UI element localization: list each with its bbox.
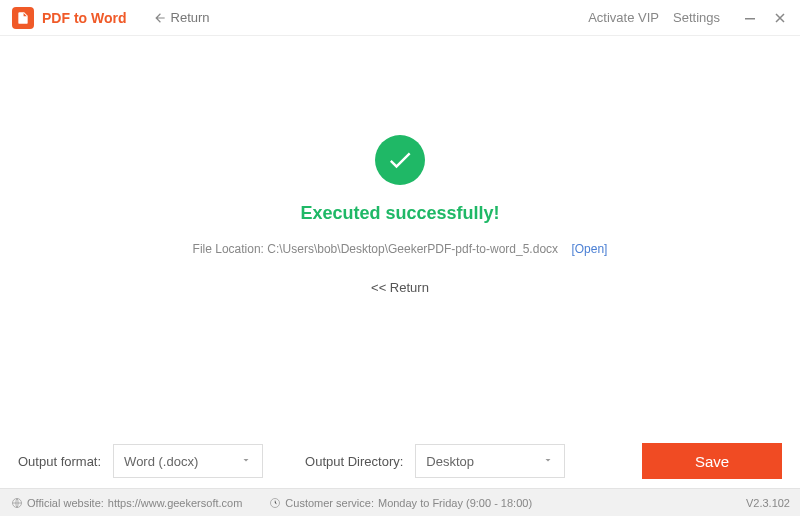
- settings-link[interactable]: Settings: [673, 10, 720, 25]
- pdf-icon: [16, 11, 30, 25]
- output-directory-label: Output Directory:: [305, 454, 403, 469]
- output-format-value: Word (.docx): [124, 454, 198, 469]
- return-arrow-icon: [153, 11, 167, 25]
- close-button[interactable]: [772, 10, 788, 26]
- file-location-path: C:\Users\bob\Desktop\GeekerPDF-pdf-to-wo…: [267, 242, 558, 256]
- success-icon-circle: [375, 135, 425, 185]
- app-logo: [12, 7, 34, 29]
- file-location-row: File Location: C:\Users\bob\Desktop\Geek…: [193, 242, 608, 256]
- app-title: PDF to Word: [42, 10, 127, 26]
- svg-rect-0: [745, 18, 755, 20]
- open-file-link[interactable]: [Open]: [571, 242, 607, 256]
- output-directory-select[interactable]: Desktop: [415, 444, 565, 478]
- close-icon: [774, 12, 786, 24]
- success-title: Executed successfully!: [300, 203, 499, 224]
- output-format-select[interactable]: Word (.docx): [113, 444, 263, 478]
- output-directory-value: Desktop: [426, 454, 474, 469]
- chevron-down-icon: [240, 454, 252, 469]
- bottom-bar: Output format: Word (.docx) Output Direc…: [0, 434, 800, 488]
- website-url[interactable]: https://www.geekersoft.com: [108, 497, 243, 509]
- save-label: Save: [695, 453, 729, 470]
- checkmark-icon: [386, 146, 414, 174]
- version-label: V2.3.102: [746, 497, 790, 509]
- save-button[interactable]: Save: [642, 443, 782, 479]
- file-location-label: File Location:: [193, 242, 264, 256]
- window-controls: [742, 10, 788, 26]
- customer-service-hours: Monday to Friday (9:00 - 18:00): [378, 497, 532, 509]
- titlebar-left: PDF to Word Return: [12, 7, 210, 29]
- return-button-top[interactable]: Return: [153, 10, 210, 25]
- customer-service-label: Customer service:: [285, 497, 374, 509]
- clock-icon: [268, 496, 281, 509]
- chevron-down-icon: [542, 454, 554, 469]
- return-label-top: Return: [171, 10, 210, 25]
- activate-vip-link[interactable]: Activate VIP: [588, 10, 659, 25]
- globe-icon: [10, 496, 23, 509]
- output-format-label: Output format:: [18, 454, 101, 469]
- customer-service-segment: Customer service: Monday to Friday (9:00…: [268, 496, 532, 509]
- status-bar: Official website: https://www.geekersoft…: [0, 488, 800, 516]
- minimize-button[interactable]: [742, 10, 758, 26]
- titlebar: PDF to Word Return Activate VIP Settings: [0, 0, 800, 36]
- return-link[interactable]: << Return: [371, 280, 429, 295]
- main-content: Executed successfully! File Location: C:…: [0, 36, 800, 434]
- minimize-icon: [744, 12, 756, 24]
- titlebar-right: Activate VIP Settings: [588, 10, 788, 26]
- website-label: Official website:: [27, 497, 104, 509]
- website-segment: Official website: https://www.geekersoft…: [10, 496, 242, 509]
